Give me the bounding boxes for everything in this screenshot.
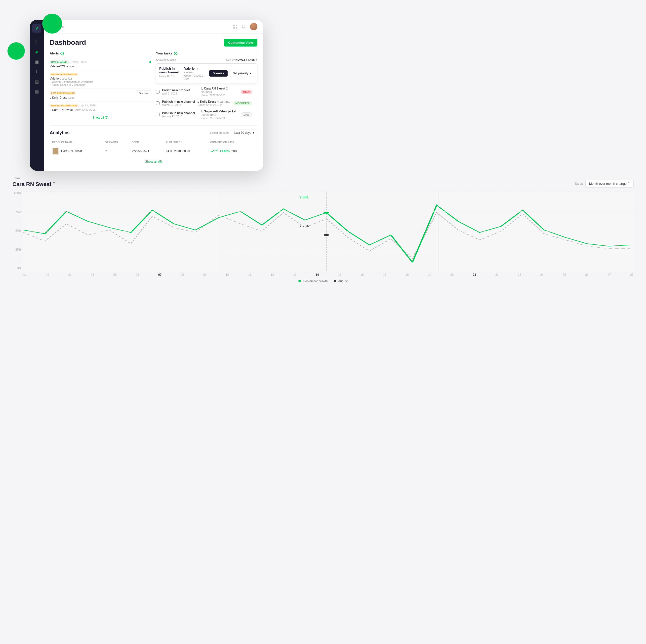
show-row: Show Cara RN Sweat ˅ Sales Month over mo… <box>10 177 636 187</box>
alert-badge-missing: MISSING INFORMATION <box>50 73 78 76</box>
x-label-11: 11 <box>248 273 251 276</box>
chart-divider-1 <box>219 191 219 271</box>
sidebar-item-info[interactable]: ℹ <box>33 68 41 76</box>
svg-rect-4 <box>233 27 235 28</box>
x-label-16: 16 <box>360 273 364 276</box>
sidebar-item-media[interactable]: ▣ <box>33 58 41 66</box>
product-name-cell: Cara RN Sweat <box>50 146 103 157</box>
analytics-section: Analytics Edited products Last 30 days ▾… <box>50 125 257 166</box>
alerts-info-icon: i <box>61 52 64 55</box>
deco-circle-left <box>7 42 25 60</box>
svg-rect-3 <box>236 25 237 26</box>
period-dropdown[interactable]: Last 30 days ▾ <box>231 129 257 136</box>
priority-badge: HIGH <box>241 90 252 94</box>
set-priority-button[interactable]: Set priority ▾ <box>230 70 254 77</box>
priority-badge: MODERATE <box>233 101 252 105</box>
tooltip-green-value: 2.501 <box>299 195 309 199</box>
col-conversion: CONVERSION RATE ↕ <box>208 140 257 145</box>
tasks-info-icon: i <box>174 52 178 55</box>
task-product: L Supersoft Velourjacket 10 variants <box>202 110 238 117</box>
task-product: L Kelly Dress 4 variants <box>198 100 231 103</box>
x-label-28: 28 <box>630 273 633 276</box>
x-label-21: 21 <box>473 273 476 276</box>
period-dropdown-chevron: ▾ <box>253 131 254 134</box>
show-all-analytics-link[interactable]: Show all (5) <box>50 157 257 166</box>
task-date: march 12, 2018 <box>162 103 195 106</box>
y-label-50: 50% <box>15 229 21 233</box>
alert-item: MISSING INFORMATION april 1, 2018 L Cara… <box>50 102 151 114</box>
avatar <box>250 23 257 30</box>
alert-badge-low-perf: LOW PERFORMANCE <box>50 91 76 95</box>
sort-arrows: ↕ <box>181 141 182 144</box>
alert-dot <box>149 61 151 63</box>
task-menu-dots[interactable]: ··· <box>254 90 257 94</box>
legend-green-label: September growth <box>303 279 328 283</box>
customise-view-button[interactable]: Customise View <box>224 39 257 47</box>
edited-products-label: Edited products <box>210 131 229 134</box>
x-label-04: 04 <box>91 273 94 276</box>
alert-detail: • Missing Composition on 2 variants <box>50 80 151 83</box>
task-row: Publish in new channel january 12, 2018 … <box>156 108 257 121</box>
sort-chevron-icon: ▾ <box>256 58 257 61</box>
col-variants: VARIANTS <box>103 140 129 145</box>
grid-line-25 <box>23 251 634 251</box>
sidebar-item-home[interactable]: ⊞ <box>33 38 41 46</box>
grid-icon[interactable] <box>233 24 237 29</box>
show-label: Show <box>12 177 55 180</box>
tasks-sort-value: NEWEST TASK <box>235 58 255 61</box>
lower-section: Show Cara RN Sweat ˅ Sales Month over mo… <box>0 177 646 288</box>
col-code: CODE <box>130 140 164 145</box>
tooltip-dark-value: 7.234 <box>299 224 309 228</box>
tasks-count: Showing 5 tasks <box>156 59 176 62</box>
task-checkbox[interactable] <box>156 90 159 93</box>
task-dismiss-button[interactable]: Dismiss <box>209 70 228 77</box>
chart-container: 100% 75% 50% 25% 0% <box>10 191 636 283</box>
y-label-100: 100% <box>14 191 21 195</box>
legend-dark-label: August <box>338 279 347 283</box>
show-product-name[interactable]: Cara RN Sweat ˅ <box>12 181 55 187</box>
x-label-17: 17 <box>383 273 386 276</box>
task-checkbox[interactable] <box>156 113 159 116</box>
legend-dark-item: August <box>334 279 348 283</box>
chart-area: 2.501 7.234 <box>23 191 634 271</box>
alert-time: april 1, 2018 <box>81 104 96 107</box>
sidebar-item-dashboard[interactable]: ◈ <box>33 48 41 56</box>
tasks-section: Your tasks i Showing 5 tasks Sort by NEW… <box>156 52 257 121</box>
priority-badge: LOW <box>241 112 252 117</box>
task-menu-dots[interactable]: ··· <box>254 101 257 105</box>
x-label-25: 25 <box>563 273 566 276</box>
y-label-25: 25% <box>15 248 21 251</box>
tooltip-dot-dark <box>323 234 329 236</box>
alert-badge-new-channel: NEW CHANNEL <box>50 61 70 64</box>
product-thumbnail <box>52 148 59 155</box>
month-over-month-dropdown[interactable]: Month over month change ˅ <box>585 180 634 187</box>
tasks-sort-label: Sort by NEWEST TASK ▾ <box>226 58 257 62</box>
sidebar: V ⊞ ◈ ▣ ℹ ▤ ▦ <box>30 20 44 171</box>
sidebar-item-chart[interactable]: ▦ <box>33 88 41 95</box>
grid-line-50 <box>23 231 634 232</box>
task-menu-dots[interactable]: ··· <box>254 113 257 117</box>
show-all-alerts-link[interactable]: Show all (5) <box>50 116 151 119</box>
show-product-selector: Show Cara RN Sweat ˅ <box>12 177 55 187</box>
task-code: Code: 7222563-571 <box>202 94 238 97</box>
x-label-24: 24 <box>540 273 543 276</box>
x-label-18: 18 <box>406 273 409 276</box>
chart-y-axis: 100% 75% 50% 25% 0% <box>12 191 21 271</box>
alert-dismiss-button[interactable]: Dismiss <box>136 91 151 96</box>
dashboard-header: Dashboard Customise View <box>50 38 257 47</box>
sales-row: Sales Month over month change ˅ <box>575 180 634 187</box>
alerts-section: Alerts i NEW CHANNEL today, 08:30 Valer <box>50 52 151 121</box>
dropdown-chevron-icon: ˅ <box>628 182 630 185</box>
chart-x-axis: 01 02 03 04 05 06 07 08 09 10 11 12 13 1… <box>23 271 634 276</box>
y-label-0: 0% <box>17 267 21 270</box>
sidebar-item-analytics[interactable]: ▤ <box>33 78 41 86</box>
table-row: Cara RN Sweat 2 7222563-571 14.08.2018, … <box>50 146 257 157</box>
task-code: Code: 7155041-972 <box>202 117 238 120</box>
x-label-02: 02 <box>46 273 49 276</box>
task-checkbox[interactable] <box>156 101 159 105</box>
notification-icon[interactable] <box>241 24 246 29</box>
alert-name: L Cara RN Sweat Code: 7225327-351 <box>50 108 151 112</box>
alert-detail: • Not published to 2 channels <box>50 83 151 86</box>
col-product-name: PRODUCT NAME ↕ <box>50 140 103 145</box>
tasks-header-row: Showing 5 tasks Sort by NEWEST TASK ▾ <box>156 58 257 62</box>
